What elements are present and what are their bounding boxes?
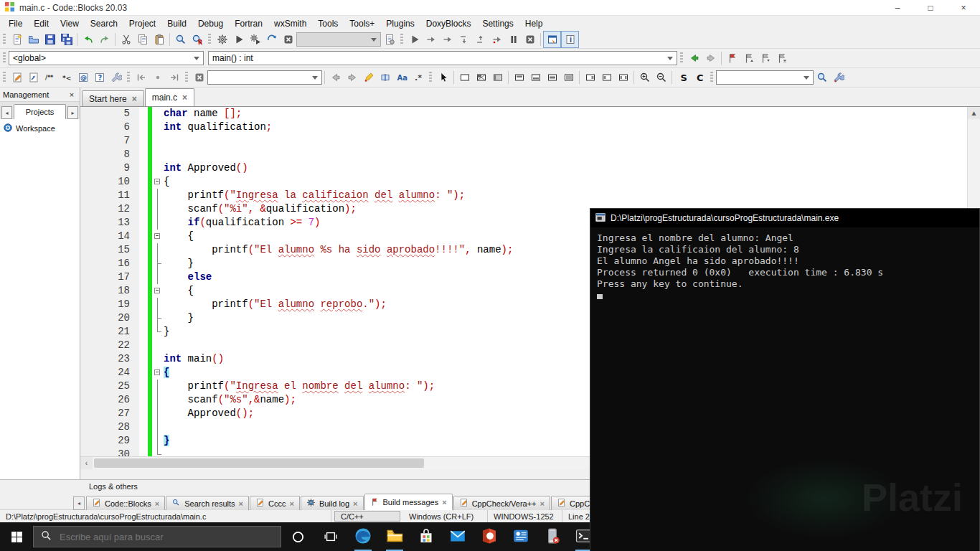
wx-show-sizers-button[interactable]: S [674,70,691,85]
menu-build[interactable]: Build [161,17,192,31]
cut-button[interactable] [118,32,134,47]
incsearch-prev-button[interactable] [327,70,344,85]
open-file-button[interactable] [25,32,42,47]
redo-button[interactable] [96,32,113,47]
tab-close-icon[interactable]: × [155,499,159,508]
doxy-help-button[interactable]: ? [91,70,108,85]
step-out-button[interactable] [472,32,489,47]
wx-align-top-button[interactable] [511,70,527,85]
console-title-bar[interactable]: D:\Platzi\progEstructurada\cursoProgEstr… [590,209,979,227]
menu-doxyblocks[interactable]: DoxyBlocks [420,17,477,31]
wx-border-left-button[interactable] [582,70,598,85]
next-bookmark-button[interactable] [757,50,773,66]
run-to-cursor-button[interactable] [423,32,439,47]
doxy-line-comment-button[interactable]: *< [58,70,75,85]
tab-close-icon[interactable]: × [289,499,293,508]
logs-tab-cccc[interactable]: Cccc× [250,496,300,510]
wx-split-horizontal-button[interactable] [473,70,489,85]
fold-collapse-icon[interactable] [152,366,164,380]
wx-align-center-button[interactable] [544,70,560,85]
toggle-bookmark-button[interactable] [724,50,740,66]
function-select[interactable]: main() : int [208,51,677,65]
build-button[interactable] [214,32,230,47]
menu-debug[interactable]: Debug [192,17,229,31]
tab-close-icon[interactable]: × [442,498,446,507]
editor-tab-start-here[interactable]: Start here× [82,90,144,106]
menu-file[interactable]: File [3,17,28,31]
wx-border-all-button[interactable] [615,70,631,85]
taskbar-app-office[interactable] [473,522,505,551]
goto-next-change-button[interactable] [702,50,719,66]
taskbar-app-media-app[interactable] [505,522,537,551]
cortana-button[interactable] [281,522,314,551]
fold-collapse-icon[interactable] [152,284,164,298]
menu-fortran[interactable]: Fortran [229,17,268,31]
search-find-button[interactable] [814,70,830,85]
menu-search[interactable]: Search [85,17,123,31]
taskbar-search[interactable] [33,526,281,547]
scope-select[interactable]: <global> [9,51,204,65]
logs-tab-scroll-left[interactable]: ◂ [73,496,85,510]
taskbar-app-phone[interactable] [537,522,568,551]
menu-settings[interactable]: Settings [476,17,519,31]
toolbar-grip[interactable] [127,72,130,83]
show-build-log-button[interactable] [381,32,397,47]
run-button[interactable] [230,32,247,47]
jump-marker-button[interactable] [149,70,166,85]
menu-view[interactable]: View [55,17,85,31]
search-select[interactable] [716,70,814,85]
management-tab-scroll-left[interactable]: ◂ [1,106,12,119]
editor-tab-main-c[interactable]: main.c× [145,88,194,106]
close-button[interactable]: × [947,0,980,15]
wx-pointer-button[interactable] [435,70,451,85]
menu-wxsmith[interactable]: wxSmith [268,17,312,31]
pause-debugger-button[interactable] [505,32,522,47]
incsearch-next-button[interactable] [344,70,360,85]
incsearch-clear-button[interactable] [191,70,207,85]
menu-plugins[interactable]: Plugins [380,17,420,31]
clear-bookmarks-button[interactable] [773,50,790,66]
save-all-files-button[interactable] [58,32,75,47]
toolbar-grip[interactable] [680,52,683,64]
toolbar-grip[interactable] [208,34,211,45]
sidebar-item-workspace[interactable]: Workspace [1,122,78,135]
build-target-select[interactable] [296,32,381,47]
toolbar-grip[interactable] [185,72,188,83]
wx-align-bottom-button[interactable] [527,70,544,85]
search-input[interactable] [58,531,248,543]
undo-button[interactable] [80,32,96,47]
tab-close-icon[interactable]: × [132,94,137,104]
maximize-button[interactable]: □ [914,0,947,15]
debug-continue-button[interactable] [406,32,423,47]
console-window[interactable]: D:\Platzi\progEstructurada\cursoProgEstr… [590,208,980,551]
rebuild-button[interactable] [263,32,280,47]
next-line-button[interactable] [439,32,456,47]
step-into-button[interactable] [456,32,472,47]
tab-projects[interactable]: Projects [14,104,66,119]
wx-zoom-out-button[interactable] [653,70,669,85]
search-options-button[interactable] [830,70,847,85]
incremental-search-input[interactable] [207,70,322,85]
various-info-button[interactable]: i [561,31,579,48]
doxy-document-button[interactable] [9,70,25,85]
menu-tools-[interactable]: Tools+ [344,17,380,31]
incsearch-regex-button[interactable]: .* [410,70,426,85]
tab-close-icon[interactable]: × [239,499,243,508]
management-tab-scroll-right[interactable]: ▸ [67,106,78,119]
jump-forward-button[interactable] [166,70,182,85]
doxy-extract-button[interactable] [25,70,42,85]
doxy-at-ref-button[interactable]: @ [75,70,91,85]
wx-align-fill-button[interactable] [560,70,577,85]
toolbar-grip[interactable] [3,72,6,83]
new-file-button[interactable] [9,32,25,47]
abort-build-button[interactable] [280,32,296,47]
tab-close-icon[interactable]: × [182,93,187,103]
tab-close-icon[interactable]: × [540,499,545,508]
logs-tab-code-blocks[interactable]: Code::Blocks× [86,496,165,510]
toolbar-grip[interactable] [710,72,713,83]
fold-collapse-icon[interactable] [152,175,164,189]
paste-button[interactable] [151,32,167,47]
logs-tab-cppcheck-vera-[interactable]: CppCheck/Vera++× [453,496,550,510]
incsearch-highlight-button[interactable] [360,70,377,85]
tab-close-icon[interactable]: × [353,499,357,508]
